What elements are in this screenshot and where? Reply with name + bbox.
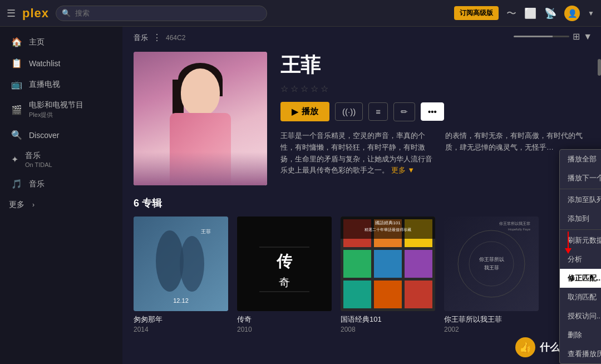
grid-view-icon[interactable]: ⊞ bbox=[573, 31, 580, 42]
sidebar: 🏠 主页 📋 Watchlist 📺 直播电视 🎬 电影和电视节目 Plex提供… bbox=[0, 27, 122, 364]
menu-item-grant-access[interactable]: 授权访问... bbox=[560, 307, 601, 326]
album-title-4: 你王菲所以我王菲 bbox=[444, 314, 539, 324]
album-title-3: 国语经典101 bbox=[341, 314, 435, 324]
album-year-1: 2014 bbox=[134, 326, 228, 333]
svg-text:Hopefully Faye: Hopefully Faye bbox=[508, 228, 531, 231]
breadcrumb-options-icon[interactable]: ⋮ bbox=[152, 32, 161, 43]
avatar[interactable]: 👤 bbox=[564, 6, 580, 21]
star-3[interactable]: ☆ bbox=[300, 83, 308, 94]
menu-item-cancel-match[interactable]: 取消匹配 bbox=[560, 288, 601, 307]
svg-text:传: 传 bbox=[276, 253, 293, 270]
album-cover-4: 你王菲所以 我王菲 你王菲所以我王菲 Hopefully Faye bbox=[444, 217, 539, 311]
waveform-icon[interactable]: 〜 bbox=[506, 7, 516, 20]
content-area: 音乐 ⋮ 464C2 ⊞ ▼ bbox=[122, 27, 601, 364]
sidebar-item-music[interactable]: 🎵 音乐 bbox=[2, 174, 120, 194]
sidebar-item-movies-multi: 电影和电视节目 Plex提供 bbox=[29, 100, 83, 119]
star-1[interactable]: ☆ bbox=[280, 83, 288, 94]
sidebar-item-discover[interactable]: 🔍 Discover bbox=[2, 125, 120, 145]
plex-logo: plex bbox=[22, 6, 49, 21]
radio-button[interactable]: ((·)) bbox=[335, 102, 363, 121]
svg-point-2 bbox=[180, 236, 204, 292]
svg-rect-15 bbox=[374, 250, 402, 278]
album-card-1[interactable]: 12.12 王菲 匆匆那年 2014 bbox=[134, 217, 228, 333]
sidebar-item-livetv-label: 直播电视 bbox=[29, 80, 60, 90]
sidebar-item-movies[interactable]: 🎬 电影和电视节目 Plex提供 bbox=[2, 95, 120, 124]
album-card-3[interactable]: 國語經典101 精選二十年華語最值得珍藏 国语经典101 2008 bbox=[341, 217, 435, 333]
star-5[interactable]: ☆ bbox=[321, 83, 328, 94]
search-bar[interactable]: 🔍 bbox=[56, 6, 267, 21]
sidebar-item-music-tidal-label: 音乐 bbox=[25, 151, 52, 161]
topbar: ☰ plex 🔍 订阅高级版 〜 ⬜ 📡 👤 ▼ bbox=[0, 0, 601, 27]
menu-item-delete[interactable]: 删除 bbox=[560, 326, 601, 345]
menu-item-play-history[interactable]: 查看播放历史 bbox=[560, 345, 601, 363]
sidebar-item-livetv[interactable]: 📺 直播电视 bbox=[2, 74, 120, 95]
red-arrow-line bbox=[568, 232, 569, 248]
album-card-2[interactable]: 传 奇 传奇 2010 bbox=[237, 217, 332, 333]
menu-divider-1 bbox=[560, 189, 601, 189]
menu-icon[interactable]: ☰ bbox=[7, 7, 16, 19]
artist-info: 王菲 ☆ ☆ ☆ ☆ ☆ ▶ 播放 ((·)) ≡ ✏ ••• bbox=[280, 52, 590, 176]
svg-rect-14 bbox=[343, 250, 371, 278]
context-menu: 播放全部 播放下一个 添加至队列 添加到 › 刷新元数据 分析 修正匹配... bbox=[559, 149, 601, 364]
dropdown-icon[interactable]: ▼ bbox=[588, 9, 594, 17]
cast-screen-icon[interactable]: ⬜ bbox=[524, 7, 536, 19]
menu-item-play-next[interactable]: 播放下一个 bbox=[560, 169, 601, 188]
search-icon: 🔍 bbox=[62, 9, 71, 17]
red-arrowhead bbox=[565, 248, 572, 254]
menu-item-play-all[interactable]: 播放全部 bbox=[560, 150, 601, 169]
play-icon: ▶ bbox=[292, 107, 298, 117]
topbar-right: 订阅高级版 〜 ⬜ 📡 👤 ▼ bbox=[454, 6, 594, 21]
artist-actions: ▶ 播放 ((·)) ≡ ✏ ••• bbox=[280, 102, 590, 121]
content-controls: ⊞ ▼ bbox=[514, 31, 592, 42]
menu-item-add-to[interactable]: 添加到 › bbox=[560, 209, 601, 228]
menu-item-fix-match[interactable]: 修正匹配... bbox=[560, 269, 601, 288]
artist-bio: 王菲是一个音乐精灵，空灵的声音，率真的个性，有时慵懒，有时轻狂，有时平静，有时激… bbox=[280, 130, 436, 176]
artist-photo bbox=[134, 52, 267, 185]
album-card-4[interactable]: 你王菲所以 我王菲 你王菲所以我王菲 Hopefully Faye 你王菲所以我… bbox=[444, 217, 539, 333]
svg-text:你王菲所以: 你王菲所以 bbox=[479, 257, 504, 262]
svg-text:我王菲: 我王菲 bbox=[484, 265, 499, 270]
play-button[interactable]: ▶ 播放 bbox=[280, 102, 329, 121]
music-tidal-icon: ✦ bbox=[11, 154, 18, 165]
menu-divider-2 bbox=[560, 229, 601, 230]
view-dropdown-icon[interactable]: ▼ bbox=[583, 32, 592, 42]
cast-icon[interactable]: 📡 bbox=[544, 7, 556, 19]
movies-icon: 🎬 bbox=[11, 105, 22, 115]
sidebar-item-discover-label: Discover bbox=[29, 131, 59, 140]
album-year-3: 2008 bbox=[341, 326, 435, 333]
more-button[interactable]: ••• bbox=[421, 102, 444, 121]
svg-point-1 bbox=[156, 230, 184, 292]
star-rating[interactable]: ☆ ☆ ☆ ☆ ☆ bbox=[280, 83, 590, 94]
svg-rect-17 bbox=[343, 281, 371, 308]
menu-item-add-queue[interactable]: 添加至队列 bbox=[560, 190, 601, 209]
bio-left: 王菲是一个音乐精灵，空灵的声音，率真的个性，有时慵懒，有时轻狂，有时平静，有时激… bbox=[280, 130, 436, 176]
subscribe-button[interactable]: 订阅高级版 bbox=[454, 6, 499, 20]
sidebar-item-movies-sub: Plex提供 bbox=[29, 111, 83, 119]
sidebar-item-music-tidal-multi: 音乐 On TIDAL bbox=[25, 151, 52, 168]
bio-more-link[interactable]: 更多 ▼ bbox=[391, 166, 415, 174]
breadcrumb-parent[interactable]: 音乐 bbox=[134, 33, 148, 43]
queue-button[interactable]: ≡ bbox=[368, 102, 388, 121]
svg-text:奇: 奇 bbox=[279, 276, 290, 288]
sidebar-item-home[interactable]: 🏠 主页 bbox=[2, 32, 120, 52]
sidebar-more[interactable]: 更多 › bbox=[0, 195, 122, 215]
sidebar-item-music-tidal[interactable]: ✦ 音乐 On TIDAL bbox=[2, 146, 120, 173]
album-year-4: 2002 bbox=[444, 326, 539, 333]
albums-section: 6 专辑 bbox=[122, 196, 601, 345]
sidebar-item-music-tidal-sub: On TIDAL bbox=[25, 161, 52, 168]
star-2[interactable]: ☆ bbox=[290, 83, 298, 94]
watermark-icon: 👍 bbox=[515, 337, 535, 357]
svg-text:12.12: 12.12 bbox=[173, 297, 189, 304]
star-4[interactable]: ☆ bbox=[311, 83, 318, 94]
album-cover-1: 12.12 王菲 bbox=[134, 217, 228, 311]
svg-rect-16 bbox=[405, 250, 432, 278]
search-input[interactable] bbox=[75, 9, 261, 17]
music-icon: 🎵 bbox=[11, 179, 22, 189]
edit-button[interactable]: ✏ bbox=[393, 102, 415, 121]
sidebar-item-watchlist[interactable]: 📋 Watchlist bbox=[2, 53, 120, 73]
albums-grid: 12.12 王菲 匆匆那年 2014 传 奇 bbox=[134, 217, 590, 333]
svg-text:王菲: 王菲 bbox=[201, 229, 211, 234]
breadcrumb-child: 464C2 bbox=[166, 34, 185, 42]
watchlist-icon: 📋 bbox=[11, 58, 22, 68]
sidebar-item-movies-label: 电影和电视节目 bbox=[29, 100, 83, 110]
